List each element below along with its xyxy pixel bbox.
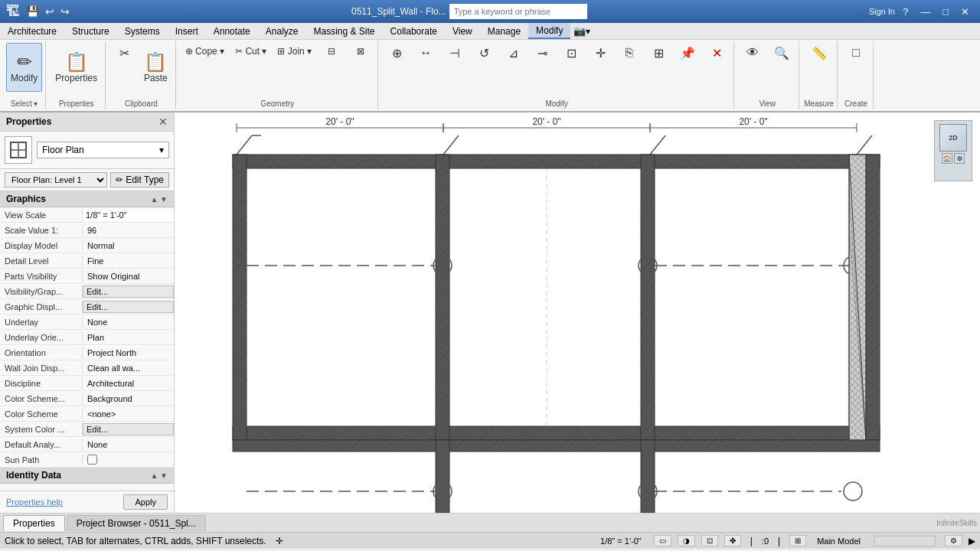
copy-button[interactable]: ⎘: [616, 43, 643, 63]
ribbon-tools-properties: 📋 Properties: [51, 43, 102, 98]
select-by-id-button[interactable]: 🔍: [768, 43, 795, 64]
view-scale-value[interactable]: [83, 209, 174, 221]
menu-architecture[interactable]: Architecture: [0, 23, 64, 39]
menu-annotate[interactable]: Annotate: [206, 23, 258, 39]
graphics-label: Graphics: [6, 194, 46, 204]
cope-button[interactable]: ⊕ Cope ▾: [181, 43, 229, 60]
prop-sun-path: Sun Path: [0, 452, 174, 468]
modebar: Click to select, TAB for alternates, CTR…: [0, 532, 980, 549]
offset-button[interactable]: ↔: [412, 43, 439, 63]
default-analy-label: Default Analy...: [0, 439, 83, 451]
viewcube-home-button[interactable]: 🏠: [942, 153, 952, 164]
titlebar-search[interactable]: [449, 4, 587, 19]
model-name: Main Model: [817, 536, 861, 546]
minimize-button[interactable]: —: [916, 5, 935, 19]
shadows-button[interactable]: ◑: [678, 535, 695, 546]
underlay-orie-label: Underlay Orie...: [0, 331, 83, 344]
sun-path-label: Sun Path: [0, 454, 83, 466]
graphic-displ-edit-button[interactable]: Edit...: [83, 301, 174, 313]
svg-rect-44: [436, 440, 449, 513]
identity-data-section-header[interactable]: Identity Data ▲ ▼: [0, 468, 174, 484]
hide-category-button[interactable]: 👁: [739, 43, 766, 63]
visibility-grap-edit-button[interactable]: Edit...: [83, 285, 174, 298]
visibility-grap-label: Visibility/Grap...: [0, 285, 83, 298]
graphics-toggle-icon: ▲ ▼: [150, 195, 168, 204]
menu-modify[interactable]: Modify: [528, 23, 570, 39]
element-type-label: Floor Plan: [42, 145, 84, 155]
ribbon-group-clipboard: ✂ 📋 Paste Clipboard: [107, 41, 176, 109]
unpin-button[interactable]: 📌: [674, 43, 701, 64]
menu-structure[interactable]: Structure: [64, 23, 117, 39]
viewcube-label: 2D: [949, 134, 958, 142]
view-level-select[interactable]: Floor Plan: Level 1: [5, 172, 107, 187]
rotate-button[interactable]: ↺: [470, 43, 498, 64]
detail-level-value: Fine: [83, 255, 174, 267]
select-group-label: Select ▾: [11, 98, 38, 108]
ribbon-group-measure: 📏 Measure: [801, 41, 838, 109]
array-button[interactable]: ⊞: [645, 43, 672, 64]
modify-button[interactable]: ✏ Modify: [6, 43, 42, 92]
viewcube-cube[interactable]: 2D: [939, 124, 967, 152]
menu-dropdown-arrow[interactable]: ▾: [586, 26, 590, 37]
split-button[interactable]: ⊟: [318, 43, 345, 60]
cut-button[interactable]: ✂: [110, 43, 138, 64]
svg-rect-29: [866, 155, 880, 440]
show-crop-button[interactable]: ⊡: [701, 535, 718, 546]
align-button[interactable]: ⊕: [383, 43, 410, 64]
paste-button[interactable]: 📋 Paste: [139, 43, 172, 92]
menu-manage[interactable]: Manage: [480, 23, 528, 39]
split-element-button[interactable]: ⊸: [528, 43, 556, 64]
measure-button[interactable]: 📏: [805, 43, 833, 64]
scale-display: 1/8" = 1'-0": [600, 536, 642, 546]
menu-view[interactable]: View: [445, 23, 480, 39]
sun-path-checkbox[interactable]: [87, 455, 97, 465]
menu-massing[interactable]: Massing & Site: [306, 23, 383, 39]
underlay-value: None: [83, 316, 174, 328]
element-type-dropdown[interactable]: Floor Plan ▾: [37, 142, 169, 158]
worksets-button[interactable]: ⊞: [789, 535, 806, 546]
sign-in-label[interactable]: Sign In: [869, 7, 895, 16]
svg-rect-27: [233, 155, 247, 440]
scale-button[interactable]: ⊡: [557, 43, 585, 64]
menu-analyze[interactable]: Analyze: [258, 23, 306, 39]
quick-access-save[interactable]: 💾: [26, 5, 39, 18]
discipline-value: Architectural: [83, 377, 174, 390]
menu-systems[interactable]: Systems: [117, 23, 168, 39]
svg-rect-2: [18, 150, 26, 158]
quick-access-redo[interactable]: ↪: [60, 5, 70, 18]
graphics-section-header[interactable]: Graphics ▲ ▼: [0, 191, 174, 207]
edit-type-button[interactable]: ✏ Edit Type: [110, 172, 169, 187]
delete-button[interactable]: ✕: [703, 43, 730, 64]
element-selector: Floor Plan ▾: [0, 132, 174, 169]
mirror-button[interactable]: ⊣: [441, 43, 469, 64]
close-button[interactable]: ✕: [956, 5, 974, 19]
graphic-displ-label: Graphic Displ...: [0, 301, 83, 313]
menu-insert[interactable]: Insert: [168, 23, 206, 39]
help-button[interactable]: ?: [898, 5, 913, 19]
wall-joins-button[interactable]: ⊠: [347, 43, 374, 60]
analytics-button[interactable]: ⚙: [945, 535, 962, 546]
tab-project-browser[interactable]: Project Browser - 0511_Spl...: [67, 515, 206, 531]
snapping-button[interactable]: ✤: [724, 535, 741, 546]
cut-geom-button[interactable]: ✂ Cut ▾: [230, 43, 271, 60]
properties-close-button[interactable]: ✕: [158, 116, 168, 128]
system-color-edit-button[interactable]: Edit...: [83, 423, 174, 435]
move-button[interactable]: ✛: [586, 43, 614, 64]
thin-lines-button[interactable]: ▭: [654, 535, 671, 546]
join-button[interactable]: ⊞ Join ▾: [273, 43, 316, 60]
tab-properties[interactable]: Properties: [3, 515, 65, 531]
trim-button[interactable]: ⊿: [499, 43, 527, 64]
apply-button[interactable]: Apply: [123, 494, 168, 510]
properties-help-link[interactable]: Properties help: [6, 497, 63, 507]
viewcube-settings-button[interactable]: ⚙: [954, 153, 965, 164]
menu-collaborate[interactable]: Collaborate: [383, 23, 445, 39]
properties-button[interactable]: 📋 Properties: [51, 43, 102, 92]
create-button[interactable]: □: [842, 43, 870, 63]
maximize-button[interactable]: □: [938, 5, 953, 19]
quick-access-undo[interactable]: ↩: [45, 5, 54, 18]
canvas-area[interactable]: 20' - 0" 20' - 0" 20' - 0": [175, 112, 980, 513]
wall-join-disp-label: Wall Join Disp...: [0, 362, 83, 374]
prop-wall-join-disp: Wall Join Disp... Clean all wa...: [0, 360, 174, 376]
underlay-orie-value: Plan: [83, 331, 174, 344]
properties-scroll[interactable]: Graphics ▲ ▼ View Scale Scale Value 1: 9…: [0, 191, 174, 491]
